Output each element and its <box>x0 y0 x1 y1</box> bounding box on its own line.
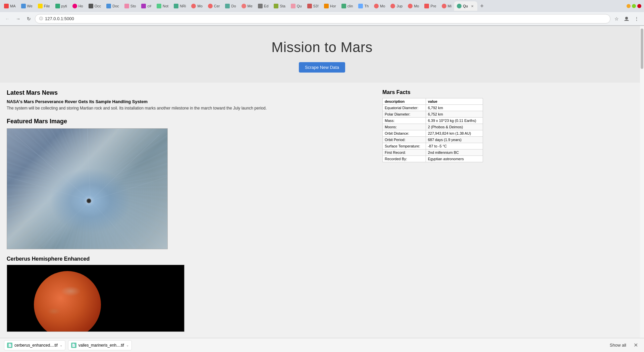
facts-cell-val: 6,792 km <box>426 105 483 111</box>
mars-surface <box>34 271 101 332</box>
facts-cell-desc: Mass: <box>383 118 426 124</box>
tab-me[interactable]: Me <box>239 1 255 11</box>
tab-occ[interactable]: Occ <box>86 1 104 11</box>
scrollbar-thumb[interactable] <box>641 29 643 69</box>
reload-button[interactable]: ↻ <box>24 14 34 24</box>
featured-image-title: Featured Mars Image <box>7 118 369 125</box>
facts-header-val: value <box>426 98 483 105</box>
bookmark-button[interactable]: ☆ <box>612 14 621 24</box>
tab-ed[interactable]: Ed <box>255 1 271 11</box>
mars-facts-table: description value Equatorial Diameter:6,… <box>382 98 483 162</box>
tab-web[interactable]: We <box>18 1 35 11</box>
maximize-button[interactable] <box>632 4 636 8</box>
facts-cell-desc: Surface Temperature: <box>383 143 426 149</box>
address-bar[interactable]: ⓘ 127.0.0.1:5000 <box>35 14 610 24</box>
forward-button[interactable]: → <box>13 14 23 24</box>
address-text: 127.0.0.1:5000 <box>45 16 606 21</box>
tab-nr[interactable]: NRi <box>171 1 189 11</box>
tab-sto[interactable]: Sto <box>122 1 139 11</box>
mars-facts-title: Mars Facts <box>382 89 483 95</box>
tab-cs[interactable]: c# <box>139 1 154 11</box>
right-column: Mars Facts description value Equatorial … <box>376 89 490 332</box>
facts-cell-desc: First Record: <box>383 149 426 156</box>
facts-cell-val: 6,752 km <box>426 111 483 118</box>
table-row: Orbit Period:687 days (1.9 years) <box>383 137 483 143</box>
tab-jup[interactable]: Jup <box>388 1 405 11</box>
facts-cell-val: 6.39 x 10^23 kg (0.11 Earths) <box>426 118 483 124</box>
tab-ho[interactable]: Ho <box>70 1 86 11</box>
more-button[interactable]: ⋮ <box>632 14 641 24</box>
facts-cell-desc: Equatorial Diameter: <box>383 105 426 111</box>
tab-s3[interactable]: S3! <box>305 1 322 11</box>
download-bar: 📄 cerberus_enhanced....tif ⌄ 📄 valles_ma… <box>0 338 644 339</box>
tab-pre[interactable]: Pre <box>422 1 439 11</box>
facts-cell-val: 227,943,824 km (1.38 AU) <box>426 130 483 137</box>
featured-image-box <box>7 128 168 249</box>
tab-mi[interactable]: Mi <box>439 1 454 11</box>
lock-icon: ⓘ <box>39 16 43 21</box>
close-window-button[interactable] <box>637 4 641 8</box>
facts-cell-desc: Orbit Distance: <box>383 130 426 137</box>
main-layout: Latest Mars News NASA's Mars Perseveranc… <box>0 83 490 339</box>
scrape-button[interactable]: Scrape New Data <box>299 62 345 73</box>
table-row: Moons:2 (Phobos & Deimos) <box>383 124 483 130</box>
table-row: Polar Diameter:6,752 km <box>383 111 483 118</box>
facts-cell-val: -87 to -5 °C <box>426 143 483 149</box>
minimize-button[interactable] <box>627 4 631 8</box>
news-headline: NASA's Mars Perseverance Rover Gets Its … <box>7 99 369 104</box>
facts-cell-desc: Orbit Period: <box>383 137 426 143</box>
facts-cell-desc: Polar Diameter: <box>383 111 426 118</box>
facts-cell-desc: Moons: <box>383 124 426 130</box>
tab-py[interactable]: pyti <box>53 1 70 11</box>
table-row: Equatorial Diameter:6,792 km <box>383 105 483 111</box>
tab-doc[interactable]: Doc <box>104 1 122 11</box>
page-title: Mission to Mars <box>7 39 637 55</box>
page-content: Mission to Mars Scrape New Data Latest M… <box>0 26 644 339</box>
hemisphere-title: Cerberus Hemisphere Enhanced <box>7 256 369 262</box>
toolbar-actions: ☆ ⋮ <box>612 14 641 24</box>
svg-point-1 <box>17 140 164 249</box>
facts-header-desc: description <box>383 98 426 105</box>
tab-mo2[interactable]: Mo <box>371 1 388 11</box>
tab-not[interactable]: Not <box>154 1 171 11</box>
tab-file[interactable]: File <box>35 1 53 11</box>
hemisphere-box <box>7 265 184 332</box>
tab-active[interactable]: Qu ✕ <box>454 1 477 11</box>
hemisphere-section: Cerberus Hemisphere Enhanced <box>7 256 369 332</box>
tab-close-icon[interactable]: ✕ <box>470 4 475 8</box>
page-wrapper: Mission to Mars Scrape New Data Latest M… <box>0 26 644 339</box>
tab-ma[interactable]: MA <box>1 1 18 11</box>
new-tab-button[interactable]: + <box>477 1 487 11</box>
tab-bar: MA We File pyti Ho Occ Doc Sto <box>0 0 644 12</box>
tab-mo3[interactable]: Mo <box>405 1 422 11</box>
scrollbar-track[interactable] <box>640 26 644 339</box>
tab-qu[interactable]: Qu <box>288 1 305 11</box>
left-column: Latest Mars News NASA's Mars Perseveranc… <box>0 89 376 332</box>
table-row: First Record:2nd millennium BC <box>383 149 483 156</box>
toolbar: ← → ↻ ⓘ 127.0.0.1:5000 ☆ ⋮ <box>0 12 644 26</box>
facts-cell-desc: Recorded By: <box>383 156 426 162</box>
tab-mo[interactable]: Mo <box>189 1 205 11</box>
svg-point-0 <box>625 17 628 19</box>
browser-chrome: MA We File pyti Ho Occ Doc Sto <box>0 0 644 26</box>
tab-hor[interactable]: Hor <box>321 1 339 11</box>
tab-cli[interactable]: clin <box>339 1 356 11</box>
facts-cell-val: Egyptian astronomers <box>426 156 483 162</box>
facts-cell-val: 2nd millennium BC <box>426 149 483 156</box>
table-row: Recorded By:Egyptian astronomers <box>383 156 483 162</box>
news-section-title: Latest Mars News <box>7 89 369 96</box>
crater-center <box>87 199 91 203</box>
header-section: Mission to Mars Scrape New Data <box>0 26 644 83</box>
facts-cell-val: 2 (Phobos & Deimos) <box>426 124 483 130</box>
tab-th[interactable]: Th <box>356 1 371 11</box>
tab-do[interactable]: Do <box>222 1 238 11</box>
profile-button[interactable] <box>622 14 631 24</box>
tab-sta[interactable]: Sta <box>271 1 288 11</box>
news-body: The system will be collecting and storin… <box>7 105 369 111</box>
featured-image-section: Featured Mars Image <box>7 118 369 249</box>
table-row: Mass:6.39 x 10^23 kg (0.11 Earths) <box>383 118 483 124</box>
table-row: Surface Temperature:-87 to -5 °C <box>383 143 483 149</box>
back-button[interactable]: ← <box>3 14 12 24</box>
tab-cer[interactable]: Cer <box>205 1 223 11</box>
table-row: Orbit Distance:227,943,824 km (1.38 AU) <box>383 130 483 137</box>
